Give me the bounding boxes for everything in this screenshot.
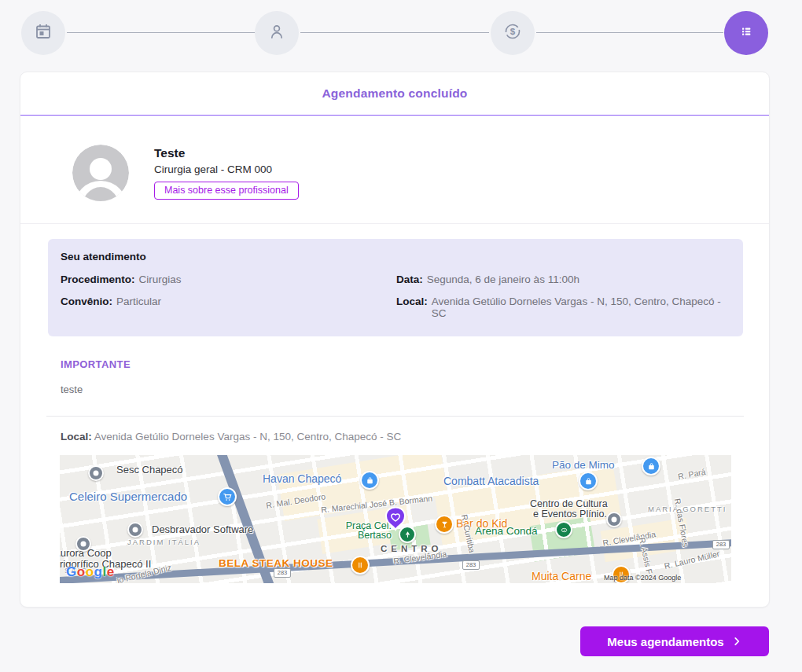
poi-dot-marker-icon — [127, 522, 143, 538]
google-logo: Google — [66, 564, 115, 580]
shopping-cart-marker-icon — [218, 487, 237, 506]
section-divider — [20, 223, 769, 224]
location-field: Local: Avenida Getúlio Dorneles Vargas -… — [396, 296, 730, 319]
map-label: Havan Chapecó — [263, 472, 341, 485]
map-label: BELA STEAK HOUSE — [219, 557, 333, 569]
map-attribution: Map data ©2024 Google — [604, 574, 681, 582]
address-label: Local: — [61, 431, 92, 442]
route-shield: 283 — [274, 568, 291, 578]
stadium-marker-icon — [555, 521, 572, 538]
insurance-field: Convênio: Particular — [61, 296, 161, 307]
payment-icon: $ — [503, 22, 522, 44]
confirmation-card: Agendamento concluído Teste Cirurgia ger… — [20, 72, 770, 608]
map-label: Pão de Mimo — [552, 459, 615, 471]
destination-heart-pin-icon — [384, 506, 407, 534]
appointment-summary-title: Seu atendimento — [61, 251, 730, 263]
map-label: Muita Carne — [532, 570, 591, 582]
insurance-value: Particular — [116, 296, 161, 307]
shopping-bag-marker-icon — [360, 471, 379, 490]
professional-name: Teste — [154, 146, 185, 160]
location-map[interactable]: Sesc Chapecó Celeiro Supermercado Havan … — [60, 455, 731, 583]
address-line: Local: Avenida Getúlio Dorneles Vargas -… — [61, 431, 401, 442]
stepper-step-summary[interactable] — [724, 11, 768, 55]
procedure-label: Procedimento: — [61, 274, 135, 285]
restaurant-marker-icon — [351, 556, 370, 575]
map-label: Desbravador Software — [152, 523, 253, 535]
route-shield: 283 — [462, 560, 480, 570]
map-area-label: MARIA GORETTI — [648, 505, 727, 513]
map-label: Sesc Chapecó — [116, 464, 183, 476]
address-value: Avenida Getúlio Dorneles Vargas - N, 150… — [94, 431, 401, 442]
location-label: Local: — [396, 296, 428, 319]
map-area-label: JARDIM ITÁLIA — [127, 538, 200, 546]
map-label: e Eventos Plínio... — [533, 509, 613, 520]
professional-avatar — [72, 145, 129, 201]
more-about-professional-button[interactable]: Mais sobre esse profissional — [154, 182, 299, 200]
procedure-value: Cirurgias — [139, 274, 182, 285]
svg-text:$: $ — [510, 27, 516, 36]
stepper-connector — [67, 32, 256, 33]
professional-specialty: Cirurgia geral - CRM 000 — [154, 163, 272, 175]
map-label: Celeiro Supermercado — [69, 490, 187, 503]
section-divider — [46, 416, 744, 417]
card-header: Agendamento concluído — [20, 72, 769, 116]
stepper-step-date[interactable] — [21, 11, 65, 55]
map-label: Arena Condá — [475, 525, 538, 537]
stepper-connector — [536, 32, 723, 33]
date-field: Data: Segunda, 6 de janeiro às 11:00h — [396, 274, 579, 285]
summary-list-icon — [737, 22, 756, 44]
shopping-bag-marker-icon — [642, 457, 660, 476]
page-title: Agendamento concluído — [322, 86, 467, 101]
calendar-icon — [34, 22, 53, 44]
shopping-bag-marker-icon — [579, 472, 598, 490]
procedure-field: Procedimento: Cirurgias — [61, 274, 182, 285]
appointment-summary-box: Seu atendimento Procedimento: Cirurgias … — [48, 239, 743, 336]
stepper-step-payment[interactable]: $ — [491, 11, 535, 55]
date-value: Segunda, 6 de janeiro às 11:00h — [427, 274, 579, 285]
date-label: Data: — [396, 274, 423, 285]
stepper-step-professional[interactable] — [255, 11, 299, 55]
important-text: teste — [61, 384, 83, 395]
location-value: Avenida Getúlio Dorneles Vargas - N, 150… — [432, 296, 730, 319]
map-label: Centro de Cultura — [530, 498, 608, 509]
map-label: Combatt Atacadista — [443, 475, 539, 487]
person-icon — [267, 22, 286, 44]
cocktail-marker-icon — [435, 515, 454, 534]
my-appointments-button[interactable]: Meus agendamentos — [580, 626, 769, 656]
poi-dot-marker-icon — [75, 536, 91, 552]
important-title: IMPORTANTE — [61, 358, 131, 370]
poi-dot-marker-icon — [606, 512, 622, 527]
appointment-confirmation-page: $ Agendamento concluído — [0, 0, 802, 672]
stepper-connector — [300, 32, 489, 33]
insurance-label: Convênio: — [61, 296, 112, 307]
route-shield: 283 — [712, 540, 730, 549]
poi-dot-marker-icon — [88, 465, 104, 481]
map-label: Bertaso — [329, 530, 392, 541]
chevron-right-icon — [731, 636, 742, 647]
my-appointments-label: Meus agendamentos — [607, 635, 723, 648]
